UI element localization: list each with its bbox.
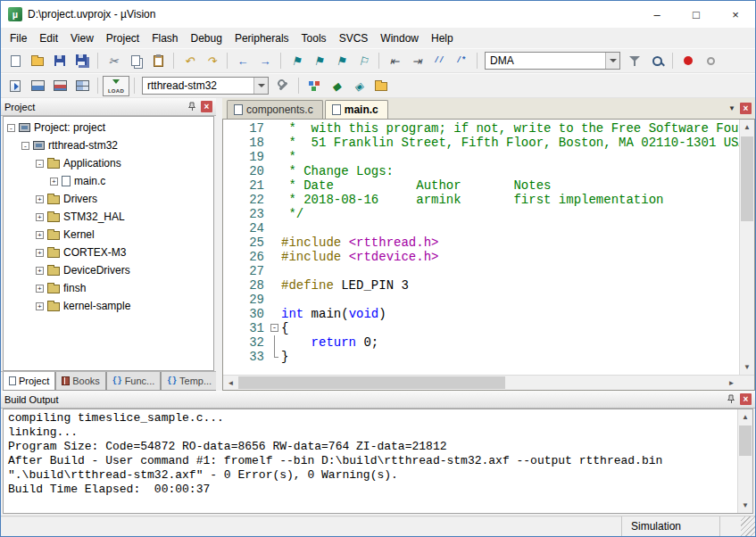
tree-item[interactable]: +main.c: [4, 172, 213, 190]
menu-window[interactable]: Window: [374, 29, 425, 47]
editor-hscroll-track[interactable]: [238, 376, 724, 390]
tree-item[interactable]: -rtthread-stm32: [4, 136, 213, 154]
tree-item[interactable]: +STM32_HAL: [4, 208, 213, 226]
editor-vscroll-thumb[interactable]: [741, 136, 753, 221]
editor-vertical-scrollbar[interactable]: ▲ ▼: [739, 120, 754, 375]
pack-installer-button[interactable]: ◈: [348, 75, 370, 96]
expand-icon[interactable]: +: [36, 231, 44, 239]
build-output-scrollbar[interactable]: ▲ ▼: [737, 409, 752, 513]
build-vscroll-thumb[interactable]: [739, 425, 752, 456]
save-button[interactable]: [49, 50, 71, 71]
app-icon[interactable]: µ: [8, 7, 22, 21]
scroll-down-icon[interactable]: ▼: [738, 498, 752, 513]
fold-collapse-icon[interactable]: -: [270, 321, 281, 335]
panel-tab-project[interactable]: Project: [3, 372, 55, 391]
target-select-combo[interactable]: rtthread-stm32: [142, 77, 269, 95]
navigate-back-button[interactable]: ←: [232, 50, 253, 71]
menu-view[interactable]: View: [64, 29, 100, 47]
tree-item[interactable]: +DeviceDrivers: [4, 261, 213, 279]
expand-icon[interactable]: +: [36, 302, 44, 310]
menu-file[interactable]: File: [4, 29, 33, 47]
close-document-icon[interactable]: ×: [740, 103, 752, 114]
tree-item[interactable]: +finsh: [4, 279, 213, 297]
target-options-button[interactable]: [272, 75, 294, 96]
close-button[interactable]: ×: [716, 1, 755, 28]
paste-button[interactable]: [147, 50, 169, 71]
maximize-button[interactable]: □: [677, 1, 716, 28]
collapse-icon[interactable]: -: [21, 142, 29, 150]
pin-icon[interactable]: [187, 102, 197, 112]
expand-icon[interactable]: +: [50, 178, 58, 186]
manage-rte-button[interactable]: ◆: [326, 75, 347, 96]
tree-item[interactable]: +Drivers: [4, 190, 213, 208]
tab-list-chevron-icon[interactable]: ▼: [728, 104, 735, 112]
search-button[interactable]: [646, 50, 668, 71]
editor-tab-components-c[interactable]: components.c: [227, 100, 323, 119]
project-panel-close-icon[interactable]: ×: [201, 101, 212, 112]
expand-icon[interactable]: +: [36, 249, 44, 257]
undo-button[interactable]: ↶: [179, 50, 200, 71]
pin-icon[interactable]: [727, 394, 736, 404]
scroll-up-icon[interactable]: ▲: [740, 120, 754, 135]
tree-item[interactable]: +Kernel: [4, 226, 213, 244]
chevron-down-icon[interactable]: [253, 78, 268, 94]
panel-tab-func[interactable]: {}Func...: [106, 372, 161, 391]
redo-button[interactable]: ↷: [201, 50, 222, 71]
find-combo[interactable]: DMA: [485, 52, 620, 70]
copy-button[interactable]: [125, 50, 146, 71]
collapse-icon[interactable]: -: [36, 160, 44, 168]
panel-tab-temp[interactable]: {}Temp...: [161, 372, 218, 391]
panel-tab-books[interactable]: Books: [55, 372, 106, 391]
project-tree[interactable]: -Project: project-rtthread-stm32-Applica…: [3, 116, 214, 371]
menu-project[interactable]: Project: [100, 29, 145, 47]
collapse-icon[interactable]: -: [7, 124, 15, 132]
expand-icon[interactable]: +: [36, 267, 44, 275]
find-in-files-button[interactable]: [624, 50, 645, 71]
outdent-button[interactable]: ⇤: [384, 50, 405, 71]
build-output-close-icon[interactable]: ×: [740, 393, 752, 405]
vertical-splitter[interactable]: [216, 98, 222, 391]
menu-peripherals[interactable]: Peripherals: [228, 29, 295, 47]
download-button[interactable]: LOAD: [103, 76, 129, 96]
resize-grip[interactable]: [741, 516, 755, 536]
cut-button[interactable]: ✂: [103, 50, 124, 71]
menu-svcs[interactable]: SVCS: [333, 29, 375, 47]
menu-debug[interactable]: Debug: [185, 29, 228, 47]
rebuild-button[interactable]: [49, 75, 71, 96]
editor-horizontal-scrollbar[interactable]: ◄ ►: [223, 375, 754, 390]
expand-icon[interactable]: +: [36, 213, 44, 221]
expand-icon[interactable]: +: [36, 285, 44, 293]
tree-item[interactable]: +kernel-sample: [4, 297, 213, 315]
books-window-button[interactable]: [370, 75, 392, 96]
scroll-right-icon[interactable]: ►: [724, 376, 739, 390]
build-output-text[interactable]: compiling timeslice_sample.c...linking..…: [4, 409, 737, 513]
scroll-left-icon[interactable]: ◄: [223, 376, 238, 390]
uncomment-button[interactable]: /*: [451, 50, 472, 71]
comment-button[interactable]: //: [428, 50, 450, 71]
scroll-down-icon[interactable]: ▼: [740, 359, 754, 375]
menu-flash[interactable]: Flash: [145, 29, 184, 47]
indent-button[interactable]: ⇥: [406, 50, 428, 71]
translate-file-button[interactable]: [4, 75, 26, 96]
tree-item[interactable]: -Project: project: [4, 119, 213, 136]
menu-tools[interactable]: Tools: [295, 29, 333, 47]
menu-edit[interactable]: Edit: [33, 29, 64, 47]
open-file-button[interactable]: [27, 50, 48, 71]
bookmark-clear-button[interactable]: ⚐: [353, 50, 374, 71]
bookmark-toggle-button[interactable]: ⚑: [286, 50, 307, 71]
title-bar[interactable]: µ D:\project.uvprojx - µVision – □ ×: [1, 1, 755, 28]
build-button[interactable]: [27, 75, 48, 96]
chevron-down-icon[interactable]: [605, 53, 619, 69]
new-file-button[interactable]: [4, 50, 26, 71]
disable-breakpoint-button[interactable]: [700, 50, 721, 71]
tree-item[interactable]: +CORTEX-M3: [4, 244, 213, 261]
menu-help[interactable]: Help: [425, 29, 460, 47]
bookmark-prev-button[interactable]: ⚑: [308, 50, 329, 71]
bookmark-next-button[interactable]: ⚑: [330, 50, 352, 71]
code-editor[interactable]: 17 * with this program; if not, write to…: [223, 120, 739, 375]
insert-breakpoint-button[interactable]: [677, 50, 699, 71]
editor-hscroll-thumb[interactable]: [238, 376, 505, 389]
navigate-forward-button[interactable]: →: [254, 50, 276, 71]
editor-tab-main-c[interactable]: main.c: [325, 100, 388, 119]
manage-project-items-button[interactable]: [303, 75, 325, 96]
